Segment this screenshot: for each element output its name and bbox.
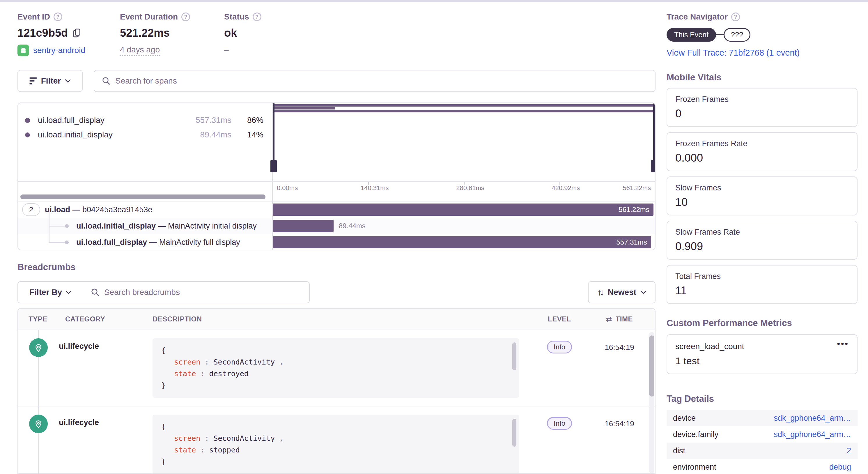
legend-row[interactable]: ui.load.initial_display 89.44ms 14% (25, 127, 264, 142)
vital-card: Slow Frames Rate 0.909 (666, 221, 858, 260)
metric-value: 1 test (675, 355, 849, 366)
minimap-left-handle[interactable] (273, 102, 275, 165)
metric-menu-button[interactable]: ••• (837, 342, 849, 346)
horizontal-scrollbar[interactable] (20, 195, 266, 199)
spans-filter-button[interactable]: Filter (18, 70, 83, 92)
event-id-value: 121c9b5d (18, 27, 68, 39)
breadcrumb-time: 16:54:19 (591, 407, 647, 474)
breadcrumbs-search-input[interactable] (104, 288, 302, 297)
span-duration: 561.22ms (619, 206, 653, 214)
column-header-time[interactable]: ⇄TIME (591, 315, 647, 323)
span-duration-bar[interactable]: 561.22ms (273, 204, 653, 216)
breadcrumb-description-code[interactable]: { screen : SecondActivity , state : dest… (153, 338, 519, 398)
tag-value-link[interactable]: debug (829, 463, 851, 472)
breadcrumbs-filter-by-button[interactable]: Filter By (18, 282, 83, 303)
minimap-left-grip[interactable] (271, 160, 277, 172)
help-icon[interactable]: ? (253, 12, 261, 21)
legend-duration: 89.44ms (182, 130, 231, 140)
copy-icon[interactable] (72, 28, 81, 38)
legend-op: ui.load.full_display (38, 116, 182, 125)
tag-value-link[interactable]: sdk_gphone64_arm… (774, 430, 851, 439)
this-event-pill[interactable]: This Event (666, 28, 716, 42)
span-ops-legend: ui.load.full_display 557.31ms 86% ui.loa… (18, 103, 273, 181)
span-duration: 89.44ms (339, 222, 366, 230)
tag-key: environment (673, 463, 716, 472)
span-children-badge[interactable]: 2 (22, 203, 40, 216)
tag-row: environment debug (666, 459, 858, 474)
span-duration-bar[interactable]: 557.31ms (273, 236, 651, 248)
minimap-right-grip[interactable] (651, 160, 655, 172)
vital-card: Frozen Frames Rate 0.000 (666, 132, 858, 171)
breadcrumb-row[interactable]: ui.lifecycle { screen : SecondActivity ,… (18, 407, 655, 474)
tag-value-link[interactable]: sdk_gphone64_arm… (774, 414, 851, 423)
time-axis: 0.00ms 140.31ms 280.61ms 420.92ms 561.22… (18, 181, 655, 193)
location-pin-icon (29, 338, 48, 357)
code-scrollbar[interactable] (512, 419, 516, 447)
tag-key: device (673, 414, 696, 423)
event-age[interactable]: 4 days ago (120, 45, 160, 56)
code-scrollbar[interactable] (512, 343, 516, 371)
status-value: ok (224, 27, 237, 39)
vital-value: 11 (675, 285, 849, 297)
span-description: MainActivity full display (159, 238, 240, 247)
event-duration-value: 521.22ms (120, 27, 170, 39)
breadcrumb-category: ui.lifecycle (59, 330, 152, 406)
pill-connector (716, 34, 724, 35)
vital-value: 10 (675, 196, 849, 208)
axis-tick: 561.22ms (623, 184, 651, 192)
help-icon[interactable]: ? (731, 12, 740, 21)
span-duration-bar[interactable] (273, 220, 334, 232)
span-tree-row[interactable]: 2 ui.load — b04245a3ea91453e 561.22ms (18, 202, 655, 218)
chevron-down-icon (66, 291, 71, 294)
view-full-trace-link[interactable]: View Full Trace: 71bf2768 (1 event) (666, 48, 800, 58)
tag-details-section: Tag Details device sdk_gphone64_arm… dev… (666, 394, 858, 474)
chevron-down-icon (65, 79, 71, 83)
vital-label: Slow Frames Rate (675, 228, 849, 237)
table-scrollbar-thumb[interactable] (649, 335, 654, 396)
axis-tick: 140.31ms (361, 184, 389, 192)
span-tree-row[interactable]: ui.load.full_display — MainActivity full… (18, 234, 655, 250)
breadcrumb-row[interactable]: ui.lifecycle { screen : SecondActivity ,… (18, 330, 655, 407)
tag-value-link[interactable]: 2 (847, 446, 851, 455)
span-duration: 557.31ms (616, 238, 651, 246)
span-description: MainActivity initial display (168, 221, 257, 230)
project-link[interactable]: sentry-android (33, 46, 85, 55)
legend-dot-icon (25, 132, 30, 138)
legend-row[interactable]: ui.load.full_display 557.31ms 86% (25, 113, 264, 127)
filter-by-label: Filter By (29, 288, 62, 297)
legend-percent: 14% (231, 130, 264, 140)
event-id-group: Event ID ? 121c9b5d sentry-android (18, 12, 85, 56)
location-pin-icon (29, 415, 48, 433)
next-event-pill[interactable]: ??? (724, 28, 750, 42)
vital-value: 0.909 (675, 240, 849, 253)
search-icon (91, 288, 99, 297)
minimap-span-bar (275, 110, 653, 112)
status-label: Status (224, 12, 249, 22)
breadcrumbs-sort-button[interactable]: ↑↓ Newest (588, 281, 655, 303)
search-icon (102, 77, 111, 85)
breadcrumb-description-code[interactable]: { screen : SecondActivity , state : stop… (153, 415, 519, 474)
help-icon[interactable]: ? (54, 12, 62, 21)
breadcrumbs-table-header: TYPE CATEGORY DESCRIPTION LEVEL ⇄TIME (18, 308, 655, 330)
span-op: ui.load.initial_display (76, 221, 156, 230)
help-icon[interactable]: ? (181, 12, 190, 21)
sort-arrows-icon: ↑↓ (597, 287, 602, 297)
vital-card: Total Frames 11 (666, 265, 858, 304)
event-detail-page: Event ID ? 121c9b5d sentry-android Event… (0, 0, 868, 474)
axis-tick: 280.61ms (456, 184, 484, 192)
tag-table: device sdk_gphone64_arm… device.family s… (666, 410, 858, 474)
sort-button-label: Newest (608, 288, 636, 297)
minimap-right-handle[interactable] (653, 102, 655, 165)
event-duration-group: Event Duration ? 521.22ms 4 days ago (120, 12, 190, 55)
custom-metrics-section: Custom Performance Metrics screen_load_c… (666, 318, 858, 374)
column-header-type: TYPE (18, 315, 59, 323)
minimap-span-bar (275, 104, 655, 107)
trace-minimap[interactable] (273, 103, 655, 181)
span-tree-row[interactable]: ui.load.initial_display — MainActivity i… (18, 218, 655, 234)
span-search-input[interactable] (115, 76, 647, 86)
status-group: Status ? ok – (224, 12, 261, 55)
android-project-icon (18, 45, 29, 56)
breadcrumb-time: 16:54:19 (591, 330, 647, 406)
breadcrumbs-filter-bar: Filter By (18, 281, 310, 303)
legend-duration: 557.31ms (182, 116, 231, 125)
